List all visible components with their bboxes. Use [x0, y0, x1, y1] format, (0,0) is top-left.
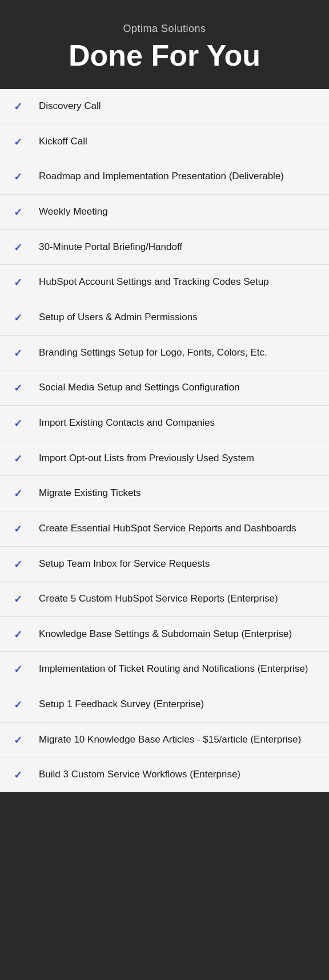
check-icon: ✓ [14, 206, 25, 219]
list-item: ✓Kickoff Call [0, 124, 329, 160]
item-label-import-optout: Import Opt-out Lists from Previously Use… [39, 451, 254, 466]
check-icon: ✓ [14, 453, 25, 465]
item-label-kickoff-call: Kickoff Call [39, 135, 87, 149]
list-item: ✓Setup 1 Feedback Survey (Enterprise) [0, 687, 329, 723]
check-icon: ✓ [14, 171, 25, 183]
item-label-migrate-articles: Migrate 10 Knowledge Base Articles - $15… [39, 733, 301, 747]
item-label-branding-settings: Branding Settings Setup for Logo, Fonts,… [39, 346, 267, 360]
check-icon: ✓ [14, 417, 25, 430]
list-item: ✓Migrate Existing Tickets [0, 476, 329, 511]
list-item: ✓Setup of Users & Admin Permissions [0, 300, 329, 336]
list-item: ✓Weekly Meeting [0, 195, 329, 230]
list-container: ✓Discovery Call✓Kickoff Call✓Roadmap and… [0, 89, 329, 792]
list-item: ✓Social Media Setup and Settings Configu… [0, 370, 329, 406]
item-label-discovery-call: Discovery Call [39, 99, 101, 114]
check-icon: ✓ [14, 593, 25, 606]
list-item: ✓Import Opt-out Lists from Previously Us… [0, 441, 329, 477]
check-icon: ✓ [14, 276, 25, 289]
item-label-social-media-setup: Social Media Setup and Settings Configur… [39, 381, 240, 395]
list-item: ✓HubSpot Account Settings and Tracking C… [0, 265, 329, 300]
item-label-team-inbox: Setup Team Inbox for Service Requests [39, 557, 210, 571]
check-icon: ✓ [14, 699, 25, 711]
header-title: Done For You [11, 39, 318, 72]
check-icon: ✓ [14, 523, 25, 535]
list-item: ✓Migrate 10 Knowledge Base Articles - $1… [0, 723, 329, 758]
list-item: ✓Discovery Call [0, 89, 329, 124]
list-item: ✓Create Essential HubSpot Service Report… [0, 511, 329, 547]
check-icon: ✓ [14, 769, 25, 781]
check-icon: ✓ [14, 382, 25, 394]
list-item: ✓Build 3 Custom Service Workflows (Enter… [0, 757, 329, 792]
check-icon: ✓ [14, 558, 25, 571]
check-icon: ✓ [14, 734, 25, 747]
item-label-weekly-meeting: Weekly Meeting [39, 205, 108, 219]
check-icon: ✓ [14, 241, 25, 254]
check-icon: ✓ [14, 487, 25, 500]
header-subtitle: Optima Solutions [11, 23, 318, 35]
item-label-custom-reports: Create 5 Custom HubSpot Service Reports … [39, 592, 278, 606]
check-icon: ✓ [14, 347, 25, 360]
list-item: ✓Roadmap and Implementation Presentation… [0, 159, 329, 195]
item-label-knowledge-base: Knowledge Base Settings & Subdomain Setu… [39, 627, 292, 642]
item-label-essential-reports: Create Essential HubSpot Service Reports… [39, 522, 296, 536]
item-label-setup-users-admin: Setup of Users & Admin Permissions [39, 310, 198, 325]
list-item: ✓30-Minute Portal Briefing/Handoff [0, 230, 329, 265]
check-icon: ✓ [14, 100, 25, 113]
check-icon: ✓ [14, 663, 25, 676]
header: Optima Solutions Done For You [0, 0, 329, 89]
item-label-portal-briefing: 30-Minute Portal Briefing/Handoff [39, 240, 182, 255]
item-label-hubspot-account-settings: HubSpot Account Settings and Tracking Co… [39, 275, 269, 289]
list-item: ✓Import Existing Contacts and Companies [0, 406, 329, 441]
item-label-feedback-survey: Setup 1 Feedback Survey (Enterprise) [39, 697, 204, 712]
item-label-roadmap: Roadmap and Implementation Presentation … [39, 170, 284, 184]
list-item: ✓Setup Team Inbox for Service Requests [0, 547, 329, 582]
list-item: ✓Create 5 Custom HubSpot Service Reports… [0, 582, 329, 617]
item-label-import-contacts: Import Existing Contacts and Companies [39, 416, 215, 430]
list-item: ✓Knowledge Base Settings & Subdomain Set… [0, 617, 329, 652]
check-icon: ✓ [14, 312, 25, 324]
check-icon: ✓ [14, 136, 25, 148]
check-icon: ✓ [14, 628, 25, 641]
item-label-ticket-routing: Implementation of Ticket Routing and Not… [39, 662, 308, 676]
list-item: ✓Branding Settings Setup for Logo, Fonts… [0, 336, 329, 371]
item-label-custom-workflows: Build 3 Custom Service Workflows (Enterp… [39, 768, 240, 782]
list-item: ✓Implementation of Ticket Routing and No… [0, 652, 329, 687]
item-label-migrate-tickets: Migrate Existing Tickets [39, 486, 141, 501]
